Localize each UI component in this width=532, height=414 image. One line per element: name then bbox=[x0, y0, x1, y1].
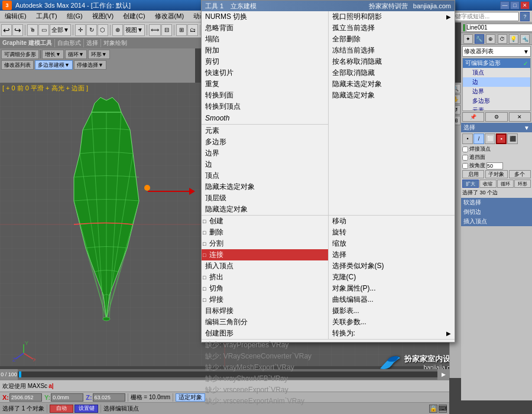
cm-polygon[interactable]: 多边形 bbox=[202, 136, 328, 148]
select-filter-btn[interactable]: 全部▼ bbox=[50, 24, 71, 36]
menu-create[interactable]: 创建(C) bbox=[121, 11, 147, 22]
select-object-btn[interactable]: 🖱 bbox=[27, 24, 38, 36]
cm-tovertex[interactable]: 转换到顶点 bbox=[202, 101, 328, 112]
cm-toplevel[interactable]: 顶层级 bbox=[202, 193, 328, 204]
remove-mod-btn[interactable]: ✕ bbox=[509, 112, 531, 122]
cm-nurms[interactable]: NURMS 切换 bbox=[202, 11, 328, 22]
cm-hideunsel[interactable]: 隐藏未选定对象 bbox=[202, 181, 328, 193]
edge-subobj-btn[interactable]: / bbox=[473, 133, 484, 144]
cm-delete[interactable]: □ 删除 bbox=[202, 227, 328, 238]
cm-chamfer[interactable]: □ 切角 bbox=[202, 283, 328, 294]
enable-btn[interactable]: 启用 bbox=[462, 170, 484, 178]
undo-button[interactable]: ↩ bbox=[1, 24, 12, 36]
cm-unhideall[interactable]: 全部取消隐藏 bbox=[329, 67, 455, 79]
color-swatch[interactable] bbox=[463, 24, 465, 31]
mod-border[interactable]: 边界 bbox=[463, 87, 530, 96]
tab-utility[interactable]: 🔩 bbox=[520, 34, 530, 44]
byangle-check[interactable] bbox=[462, 163, 468, 169]
vertex-subobj-btn[interactable]: • bbox=[462, 133, 473, 144]
cm-unhibyname[interactable]: 按名称取消隐藏 bbox=[329, 56, 455, 67]
auto-key-btn[interactable]: 自动 bbox=[50, 405, 73, 413]
minimize-button[interactable]: — bbox=[500, 1, 510, 9]
insertvert-header[interactable]: 插入顶点 bbox=[461, 217, 532, 226]
stopmod-btn[interactable]: 停修选择▼ bbox=[74, 60, 106, 70]
ring-btn[interactable]: 环形▼ bbox=[88, 50, 110, 59]
modifier-dropdown[interactable]: 修改器列表 ▼ bbox=[462, 46, 531, 57]
cm-border[interactable]: 边界 bbox=[202, 148, 328, 159]
redo-button[interactable]: ↪ bbox=[12, 24, 23, 36]
timeline-thumb[interactable] bbox=[19, 371, 21, 377]
tab-modify[interactable]: 🔧 bbox=[475, 34, 484, 44]
cm-insertvert[interactable]: 插入顶点 bbox=[202, 260, 328, 272]
element-subobj-btn[interactable]: ⬛ bbox=[507, 133, 518, 144]
coordinate-btn[interactable]: 视图▼ bbox=[124, 24, 145, 36]
softsel-header[interactable]: 软选择 bbox=[461, 198, 532, 207]
multipoly-btn[interactable]: 多边形建模▼ bbox=[35, 60, 73, 70]
cm-move[interactable]: 移动 bbox=[329, 216, 455, 227]
ring-sel-btn[interactable]: 环形 bbox=[514, 180, 531, 188]
cm-targetweld[interactable]: 目标焊接 bbox=[202, 305, 328, 317]
maximize-button[interactable]: □ bbox=[510, 1, 520, 9]
mod-vertex[interactable]: 顶点 bbox=[463, 68, 530, 77]
cm-deleteall[interactable]: 全部删除 bbox=[329, 34, 455, 45]
cm-viewport-shade[interactable]: 视口照明和阴影 ▶ bbox=[329, 11, 455, 22]
vertex-check[interactable] bbox=[462, 146, 468, 152]
mod-polygon[interactable]: 多边形 bbox=[463, 96, 530, 106]
mod-editable-poly[interactable]: 可编辑多边形 ✓ bbox=[463, 58, 530, 68]
pin-stack-btn[interactable]: 📌 bbox=[462, 112, 484, 122]
tab-hierarchy[interactable]: ⊕ bbox=[486, 34, 495, 44]
mod-element[interactable]: 元素 bbox=[463, 106, 530, 111]
menu-edit[interactable]: 编辑(E) bbox=[2, 11, 29, 22]
cm-convertto[interactable]: 转换为: ▶ bbox=[329, 328, 455, 339]
use-pivot-btn[interactable]: ⊕ bbox=[112, 24, 123, 36]
subdiv-poly-btn[interactable]: 可调细分多形 bbox=[1, 50, 39, 59]
search-button[interactable]: ? bbox=[520, 12, 530, 21]
cm-selectsim[interactable]: 选择类似对象(S) bbox=[329, 260, 455, 272]
cm-edittri[interactable]: 编辑三角剖分 bbox=[202, 317, 328, 328]
chamfer-header[interactable]: 倒切边 bbox=[461, 207, 532, 217]
cm-edge[interactable]: 边 bbox=[202, 159, 328, 170]
set-key-btn[interactable]: 设置键 bbox=[74, 405, 98, 413]
cm-dope[interactable]: 摄影表... bbox=[329, 305, 455, 317]
cm-hidesel2[interactable]: 隐藏选定对象 bbox=[329, 90, 455, 101]
freeform-btn[interactable]: 自由形式 bbox=[57, 39, 81, 47]
cm-weld[interactable]: □ 焊接 bbox=[202, 294, 328, 305]
rotate-btn[interactable]: ↻ bbox=[86, 24, 97, 36]
cm-vertex[interactable]: 顶点 bbox=[202, 170, 328, 181]
expand-btn[interactable]: 扩大 bbox=[462, 180, 479, 188]
loop-sel-btn[interactable]: 循环 bbox=[497, 180, 514, 188]
menu-modifier[interactable]: 修改器(M) bbox=[153, 11, 187, 22]
poly-subobj-btn[interactable]: ▪ bbox=[496, 133, 507, 144]
scale-btn[interactable]: ⬡ bbox=[98, 24, 108, 36]
cm-backface[interactable]: 忽略背面 bbox=[202, 22, 328, 34]
select-btn-g[interactable]: 选择 bbox=[86, 39, 98, 47]
shrink-btn[interactable]: 收缩 bbox=[479, 180, 496, 188]
cm-createshape[interactable]: 创建图形 bbox=[202, 328, 328, 339]
cm-properties[interactable]: 对象属性(P)... bbox=[329, 283, 455, 294]
modifier-stack-btn[interactable]: 修改器列表 bbox=[1, 60, 34, 70]
object-name-input[interactable]: Line001 bbox=[466, 24, 532, 32]
cm-quickslice[interactable]: 快速切片 bbox=[202, 67, 328, 79]
menu-tools[interactable]: 工具(T) bbox=[34, 11, 60, 22]
mod-edge[interactable]: 边 bbox=[463, 77, 530, 87]
selection-mode-btn[interactable]: 适定对象 bbox=[176, 393, 205, 402]
select-region-btn[interactable]: ▭ bbox=[38, 24, 49, 36]
cm-attach[interactable]: 附加 bbox=[202, 45, 328, 56]
tab-display[interactable]: 💡 bbox=[509, 34, 518, 44]
config-btn[interactable]: ⚙ bbox=[485, 112, 507, 122]
cm-hidesel[interactable]: 隐藏选定对象 bbox=[202, 204, 328, 215]
objpaint-btn[interactable]: 对象绘制 bbox=[103, 39, 127, 47]
cm-toface[interactable]: 转换到面 bbox=[202, 90, 328, 101]
cm-collapse[interactable]: 塌陷 bbox=[202, 34, 328, 45]
cm-cut[interactable]: 剪切 bbox=[202, 56, 328, 67]
y-field[interactable]: 0.0mm bbox=[51, 393, 83, 402]
move-btn[interactable]: ✛ bbox=[75, 24, 86, 36]
grow-btn[interactable]: 增长▼ bbox=[42, 50, 64, 59]
cm-clone[interactable]: 克隆(C) bbox=[329, 272, 455, 283]
cm-params[interactable]: 关联参数... bbox=[329, 317, 455, 328]
border-subobj-btn[interactable]: ⬜ bbox=[485, 133, 495, 144]
close-button[interactable]: ✕ bbox=[520, 1, 530, 9]
cm-curveeditor[interactable]: 曲线编辑器... bbox=[329, 294, 455, 305]
multi-btn[interactable]: 多个 bbox=[509, 170, 531, 178]
cm-connect[interactable]: □ 连接 bbox=[202, 249, 328, 260]
